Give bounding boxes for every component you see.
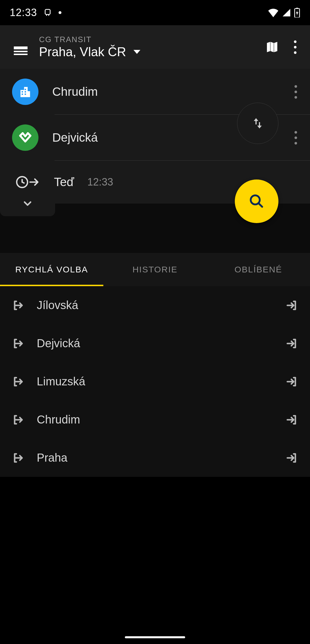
depart-icon (10, 375, 26, 389)
search-button[interactable] (235, 179, 278, 223)
swap-button[interactable] (237, 103, 278, 144)
app-bar: CG TRANSIT Praha, Vlak ČR (0, 25, 310, 69)
more-vert-icon (294, 131, 297, 145)
status-dot-icon (58, 11, 62, 14)
more-vert-icon (294, 85, 297, 99)
clock-arrow-icon (16, 174, 40, 190)
hamburger-icon (14, 46, 28, 48)
arrive-icon[interactable] (284, 451, 300, 465)
depart-icon (10, 413, 26, 427)
svg-rect-4 (22, 91, 23, 93)
expand-options-button[interactable] (0, 191, 55, 216)
wifi-icon (268, 8, 279, 17)
from-options-button[interactable] (284, 80, 307, 103)
app-name-label: CG TRANSIT (39, 35, 261, 44)
list-item-label: Limuzská (37, 375, 284, 388)
svg-rect-7 (25, 91, 26, 93)
time-label: Teď (54, 175, 74, 189)
svg-rect-5 (22, 93, 23, 95)
tab-favorites[interactable]: OBLÍBENÉ (207, 253, 310, 286)
from-value: Chrudim (52, 85, 284, 99)
svg-rect-0 (45, 9, 50, 15)
quick-list: Jílovská Dejvická Limuzská Chrudim Praha (0, 286, 310, 477)
search-panel: Chrudim Dejvická Teď 12:33 (0, 69, 310, 204)
arrive-icon[interactable] (284, 298, 300, 312)
more-vert-icon (294, 40, 297, 54)
depart-icon (10, 337, 26, 350)
chevron-down-icon (22, 198, 34, 210)
home-handle[interactable] (125, 636, 185, 638)
to-options-button[interactable] (284, 126, 307, 149)
arrive-icon[interactable] (284, 413, 300, 427)
battery-icon (294, 8, 300, 17)
search-icon (248, 193, 265, 210)
navigation-bar (0, 630, 310, 644)
list-item[interactable]: Dejvická (0, 324, 310, 362)
list-item-label: Chrudim (37, 413, 284, 426)
svg-rect-3 (296, 8, 298, 9)
depart-icon (10, 451, 26, 465)
to-metro-icon (12, 124, 38, 151)
status-clock: 12:33 (10, 7, 37, 19)
list-item[interactable]: Jílovská (0, 286, 310, 324)
overflow-menu-button[interactable] (284, 36, 307, 58)
swap-vert-icon (251, 116, 265, 130)
tab-indicator (0, 285, 103, 286)
list-item-label: Praha (37, 451, 284, 464)
region-label: Praha, Vlak ČR (39, 45, 126, 59)
cell-signal-icon (282, 8, 291, 17)
menu-button[interactable] (10, 37, 31, 57)
list-item-label: Jílovská (37, 299, 284, 312)
time-value: 12:33 (87, 176, 113, 188)
list-item[interactable]: Limuzská (0, 362, 310, 401)
map-icon (265, 40, 279, 54)
arrive-icon[interactable] (284, 337, 300, 350)
list-item-label: Dejvická (37, 337, 284, 350)
region-selector[interactable]: CG TRANSIT Praha, Vlak ČR (39, 35, 261, 59)
list-item[interactable]: Praha (0, 439, 310, 477)
list-item[interactable]: Chrudim (0, 401, 310, 439)
tab-quick[interactable]: RYCHLÁ VOLBA (0, 253, 103, 286)
tab-bar: RYCHLÁ VOLBA HISTORIE OBLÍBENÉ (0, 253, 310, 286)
from-city-icon (12, 79, 38, 105)
svg-rect-8 (25, 93, 26, 95)
tab-history[interactable]: HISTORIE (103, 253, 207, 286)
status-bar: 12:33 (0, 0, 310, 25)
dropdown-icon (133, 50, 140, 54)
svg-rect-6 (25, 89, 26, 90)
svg-point-1 (59, 11, 61, 14)
map-button[interactable] (261, 36, 284, 58)
status-app-icon (43, 8, 52, 17)
arrive-icon[interactable] (284, 375, 300, 389)
depart-icon (10, 298, 26, 312)
